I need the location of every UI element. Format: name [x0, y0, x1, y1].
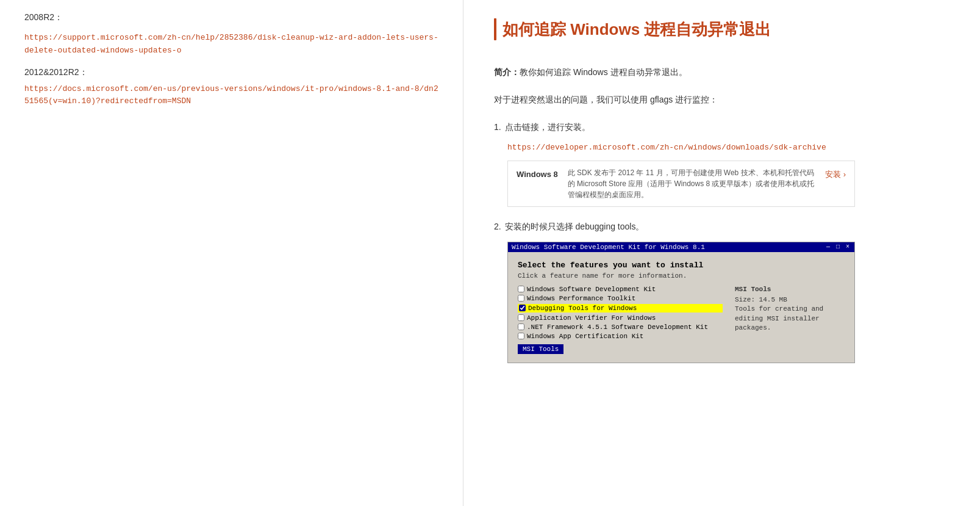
cb-appverifier-label: Application Verifier For Windows [527, 314, 656, 322]
step1: 1. 点击链接，进行安装。 [494, 120, 950, 135]
sdk-card: Windows 8 此 SDK 发布于 2012 年 11 月，可用于创建使用 … [507, 161, 855, 207]
msi-tools-size: Size: 14.5 MB [735, 295, 845, 305]
sdk-label: Windows 8 [517, 167, 558, 181]
screenshot-body: Select the features you want to install … [508, 252, 854, 363]
cb-certkit: Windows App Certification Kit [518, 333, 723, 340]
intro-2008r2: 2008R2： [24, 12, 438, 23]
screenshot-right-info: MSI Tools Size: 14.5 MB Tools for creati… [735, 286, 845, 354]
screenshot-win-controls: — □ × [826, 244, 851, 250]
step1-text: 点击链接，进行安装。 [505, 120, 590, 135]
link-2008r2[interactable]: https://support.microsoft.com/zh-cn/help… [24, 33, 438, 55]
screenshot-content: Windows Software Development Kit Windows… [518, 286, 845, 354]
left-panel: 2008R2： https://support.microsoft.com/zh… [0, 0, 463, 506]
cb-debug-label: Debugging Tools for Windows [528, 305, 637, 312]
intro-label: 简介： [494, 67, 520, 77]
screenshot-checkboxes: Windows Software Development Kit Windows… [518, 286, 723, 354]
cb-perf-input[interactable] [518, 295, 524, 302]
screenshot-heading: Select the features you want to install [518, 261, 845, 270]
cb-appverifier: Application Verifier For Windows [518, 314, 723, 322]
msi-tools-button[interactable]: MSI Tools [518, 344, 563, 354]
cb-winsdk: Windows Software Development Kit [518, 286, 723, 293]
right-panel: 如何追踪 Windows 进程自动异常退出 简介：教你如何追踪 Windows … [463, 0, 980, 506]
intro-block: 简介：教你如何追踪 Windows 进程自动异常退出。 [494, 65, 950, 80]
msi-tools-desc: Tools for creating and editing MSI insta… [735, 305, 845, 333]
cb-winsdk-label: Windows Software Development Kit [527, 286, 656, 293]
intro-text: 教你如何追踪 Windows 进程自动异常退出。 [520, 67, 687, 77]
section-2012-label: 2012&2012R2： [24, 67, 438, 78]
cb-debug: Debugging Tools for Windows [518, 304, 723, 313]
article-title: 如何追踪 Windows 进程自动异常退出 [503, 19, 771, 40]
cb-debug-input[interactable] [519, 305, 526, 311]
sdk-archive-link[interactable]: https://developer.microsoft.com/zh-cn/wi… [507, 143, 950, 152]
body-text: 对于进程突然退出的问题，我们可以使用 gflags 进行监控： [494, 92, 950, 107]
article-title-container: 如何追踪 Windows 进程自动异常退出 [494, 18, 950, 40]
sdk-desc: 此 SDK 发布于 2012 年 11 月，可用于创建使用 Web 技术、本机和… [568, 167, 815, 200]
msi-tools-title: MSI Tools [735, 286, 845, 293]
cb-certkit-input[interactable] [518, 333, 524, 339]
step2-text: 安装的时候只选择 debugging tools。 [505, 219, 645, 234]
screenshot-titlebar: Windows Software Development Kit for Win… [508, 242, 854, 252]
title-bar-accent [494, 18, 496, 40]
cb-perf: Windows Performance Toolkit [518, 295, 723, 302]
screenshot-container: Windows Software Development Kit for Win… [507, 242, 855, 363]
cb-appverifier-input[interactable] [518, 314, 524, 321]
step2-num: 2. [494, 219, 501, 234]
step1-num: 1. [494, 120, 501, 135]
cb-dotnet-label: .NET Framework 4.5.1 Software Developmen… [527, 323, 708, 331]
cb-certkit-label: Windows App Certification Kit [527, 333, 643, 340]
cb-winsdk-input[interactable] [518, 286, 524, 292]
step2: 2. 安装的时候只选择 debugging tools。 [494, 219, 950, 234]
cb-dotnet: .NET Framework 4.5.1 Software Developmen… [518, 323, 723, 331]
cb-dotnet-input[interactable] [518, 323, 524, 330]
screenshot-title: Windows Software Development Kit for Win… [512, 244, 705, 251]
link-2012[interactable]: https://docs.microsoft.com/en-us/previou… [24, 84, 438, 106]
cb-perf-label: Windows Performance Toolkit [527, 295, 635, 302]
screenshot-subheading: Click a feature name for more informatio… [518, 272, 845, 280]
sdk-install-link[interactable]: 安装 › [825, 167, 846, 181]
